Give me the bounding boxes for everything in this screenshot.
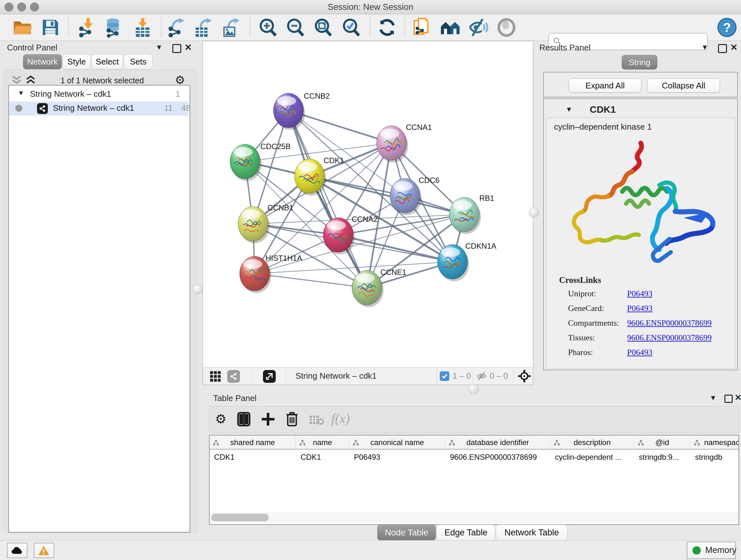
table-panel-collapse-icon[interactable]: ▾ xyxy=(711,393,715,402)
column-header[interactable]: name xyxy=(296,435,349,449)
import-network-file-icon[interactable] xyxy=(76,17,97,38)
hide-selected-icon[interactable] xyxy=(468,17,488,38)
tab-network-table[interactable]: Network Table xyxy=(496,524,567,541)
export-table-icon[interactable] xyxy=(193,17,213,38)
bottom-splitter-handle[interactable] xyxy=(468,384,479,394)
table-cell[interactable]: P06493 xyxy=(354,450,444,463)
left-splitter-handle[interactable] xyxy=(192,284,203,294)
table-cell[interactable]: CDK1 xyxy=(300,450,348,463)
show-all-views-icon[interactable] xyxy=(440,17,461,38)
help-icon[interactable]: ? xyxy=(717,17,737,38)
network-node-ccna2[interactable]: CCNA2 xyxy=(323,215,378,254)
scrollbar-thumb[interactable] xyxy=(211,514,269,521)
collapse-all-icon[interactable] xyxy=(11,75,22,85)
network-node-cdk1[interactable]: CDK1 xyxy=(294,156,344,196)
crosslink-value-link[interactable]: 9606.ENSP00000378699 xyxy=(627,318,712,328)
network-node-cdc25b[interactable]: CDC25B xyxy=(230,142,291,181)
crosslink-value-link[interactable]: P06493 xyxy=(627,304,652,313)
network-selection-status: 1 of 1 Network selected xyxy=(38,76,166,85)
delete-column-trash-icon[interactable] xyxy=(285,411,299,427)
expand-all-icon[interactable] xyxy=(25,75,37,85)
table-panel-float-icon[interactable] xyxy=(724,395,733,403)
memory-button[interactable]: Memory xyxy=(687,542,736,559)
save-session-icon[interactable] xyxy=(40,17,61,38)
network-node-ccne1[interactable]: CCNE1 xyxy=(352,268,406,307)
table-cell[interactable]: CDK1 xyxy=(214,450,294,463)
network-node-hist1h1a[interactable]: HIST1H1A xyxy=(240,254,302,293)
crosslink-value-link[interactable]: P06493 xyxy=(627,289,652,299)
right-splitter-handle[interactable] xyxy=(529,207,539,218)
table-cell[interactable]: 9606.ENSP00000378699 xyxy=(450,450,549,463)
tab-sets[interactable]: Sets xyxy=(124,54,152,69)
tab-style[interactable]: Style xyxy=(63,54,91,69)
export-network-icon[interactable] xyxy=(165,17,186,38)
export-image-icon[interactable] xyxy=(221,17,241,38)
entry-expander-icon[interactable]: ▼ xyxy=(565,105,572,114)
import-network-database-icon[interactable] xyxy=(103,17,123,38)
table-options-gear-icon[interactable]: ⚙ xyxy=(215,412,226,426)
warning-button[interactable] xyxy=(34,543,54,558)
network-view-canvas[interactable]: CCNB2CCNA1CDC25BCDK1CDC6RB1CCNB1CCNA2CDK… xyxy=(203,41,533,368)
show-overview-icon[interactable] xyxy=(496,17,517,38)
zoom-fit-icon[interactable] xyxy=(313,17,333,38)
open-session-icon[interactable] xyxy=(12,17,32,38)
column-header[interactable]: namespace xyxy=(690,435,739,449)
column-header[interactable]: canonical name xyxy=(349,435,445,449)
tab-select[interactable]: Select xyxy=(91,54,123,69)
network-node-ccnb1[interactable]: CCNB1 xyxy=(238,203,293,243)
footer-separator xyxy=(252,369,252,383)
create-column-plus-icon[interactable] xyxy=(260,412,276,427)
column-header[interactable]: description xyxy=(550,435,634,449)
tab-network[interactable]: Network xyxy=(23,54,62,69)
crosslink-label: Compartments: xyxy=(568,318,619,328)
tab-edge-table[interactable]: Edge Table xyxy=(436,524,495,541)
show-columns-icon[interactable] xyxy=(236,412,252,427)
grid-view-icon[interactable] xyxy=(209,371,221,382)
selected-checkbox-icon[interactable] xyxy=(440,371,449,381)
network-node-rb1[interactable]: RB1 xyxy=(449,194,494,234)
collapse-all-button[interactable]: Collapse All xyxy=(647,78,720,92)
table-panel-close-icon[interactable]: ✕ xyxy=(735,393,741,402)
results-panel-float-icon[interactable] xyxy=(718,44,727,53)
control-panel-close-icon[interactable]: ✕ xyxy=(185,42,192,53)
table-cell[interactable]: cyclin-dependent ... xyxy=(555,450,633,463)
svg-text:?: ? xyxy=(723,20,731,35)
node-table[interactable]: shared nameCDK1nameCDK1canonical nameP06… xyxy=(209,435,739,525)
import-table-file-icon[interactable] xyxy=(132,17,153,38)
network-node-ccna1[interactable]: CCNA1 xyxy=(377,123,432,163)
cloud-button[interactable] xyxy=(7,543,27,558)
column-header[interactable]: shared name xyxy=(210,435,296,449)
results-panel-collapse-icon[interactable]: ▾ xyxy=(703,42,707,52)
network-edge[interactable] xyxy=(255,273,367,288)
network-node-ccnb2[interactable]: CCNB2 xyxy=(273,91,330,130)
network-row[interactable]: String Network – cdk1 11 48 xyxy=(9,102,188,116)
hidden-eye-icon[interactable] xyxy=(476,371,487,381)
zoom-in-icon[interactable] xyxy=(258,17,278,38)
network-node-cdkn1a[interactable]: CDKN1A xyxy=(437,242,496,281)
string-network-graph[interactable]: CCNB2CCNA1CDC25BCDK1CDC6RB1CCNB1CCNA2CDK… xyxy=(203,41,532,367)
tab-node-table[interactable]: Node Table xyxy=(377,524,436,541)
zoom-out-icon[interactable] xyxy=(285,17,306,38)
crosslink-value-link[interactable]: 9606.ENSP00000378699 xyxy=(627,333,712,343)
copy-style-icon[interactable] xyxy=(412,17,432,38)
results-panel-close-icon[interactable]: ✕ xyxy=(730,42,738,53)
network-collection-row[interactable]: ▼ String Network – cdk1 1 xyxy=(9,87,188,102)
control-panel-collapse-icon[interactable]: ▾ xyxy=(157,42,161,52)
table-cell[interactable]: stringdb:9... xyxy=(639,450,689,463)
network-edge[interactable] xyxy=(310,176,464,214)
control-panel-float-icon[interactable] xyxy=(172,44,181,53)
expand-all-button[interactable]: Expand All xyxy=(569,78,642,92)
fit-content-crosshair-icon[interactable] xyxy=(518,369,531,383)
refresh-view-icon[interactable] xyxy=(377,17,397,38)
network-node-cdc6[interactable]: CDC6 xyxy=(390,176,440,215)
zoom-selected-icon[interactable] xyxy=(341,17,361,38)
tab-string[interactable]: String xyxy=(622,55,657,70)
crosslink-value-link[interactable]: P06493 xyxy=(627,348,652,357)
collection-expander-icon[interactable]: ▼ xyxy=(18,89,24,97)
table-horizontal-scrollbar[interactable] xyxy=(210,512,738,523)
column-header[interactable]: @id xyxy=(634,435,690,449)
birds-eye-view-icon[interactable] xyxy=(263,370,276,383)
table-cell[interactable]: stringdb xyxy=(695,450,739,463)
column-header[interactable]: database identifier xyxy=(446,435,550,449)
network-share-view-icon[interactable] xyxy=(227,370,240,383)
